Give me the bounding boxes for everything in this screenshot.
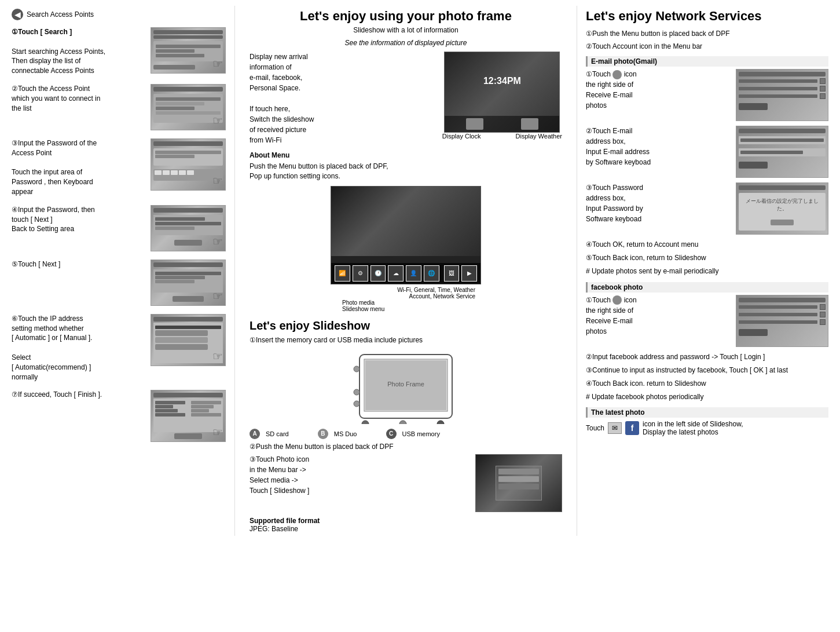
step-1-block: ①Touch [ Search ] Start searching Access…: [12, 27, 226, 76]
about-menu-section: About Menu Push the Menu button is place…: [250, 151, 562, 181]
facebook-section: facebook photo ①Touch icon the right sid…: [586, 282, 828, 403]
wifi-icon-box[interactable]: 📶: [335, 265, 350, 282]
step-5-img: ☞: [151, 260, 226, 306]
step-5-text: ⑤Touch [ Next ]: [12, 260, 145, 269]
tap-icon-1: ☞: [212, 57, 223, 71]
ms-duo-icon: B: [318, 429, 328, 439]
latest-photo-title: The latest photo: [586, 407, 828, 418]
menu-labels-bottom1: Account, Network Service: [331, 293, 481, 299]
right-step1: ①Push the Menu button is placed back of …: [586, 28, 828, 39]
main-title: Let's enjoy using your photo frame: [250, 9, 562, 24]
step-6-img: ☞: [151, 314, 226, 366]
photo-icon-box[interactable]: 🖼: [444, 265, 460, 282]
facebook-step1-block: ①Touch icon the right side of Receive E-…: [586, 295, 828, 347]
supported-file: Supported file format JPEG: Baseline: [250, 517, 562, 533]
display-weather-label: Display Weather: [516, 133, 563, 140]
email-step6: # Update photos sent by e-mail periodica…: [586, 266, 828, 277]
usb-icon: C: [386, 429, 397, 439]
facebook-step1-img: [736, 295, 828, 347]
supported-title: Supported file format: [250, 517, 320, 525]
svg-text:Photo Frame: Photo Frame: [387, 381, 424, 388]
step-2-block: ②Touch the Access Point which you want t…: [12, 84, 226, 130]
menu-icons-bar: 📶 ⚙ 🕐 ☁ 👤 🌐 🖼 ▶: [331, 263, 480, 284]
general-icon-box[interactable]: ⚙: [353, 265, 368, 282]
step-1-img: ☞: [151, 27, 226, 74]
tap-icon-3: ☞: [212, 174, 223, 188]
step-4-img: ☞: [151, 205, 226, 251]
weather-btn[interactable]: [521, 118, 538, 130]
menu-labels-bottom3: Slideshow menu: [331, 306, 481, 312]
main-subtitle: Slideshow with a lot of information: [250, 26, 562, 34]
email-step1-text: ①Touch icon the right side of Receive E-…: [586, 69, 730, 121]
photo-frame-section: Display new arrival information of e-mai…: [250, 52, 562, 145]
step-2-text: ②Touch the Access Point which you want t…: [12, 84, 145, 113]
left-column: ◀ Search Access Points ①Touch [ Search ]…: [6, 6, 232, 536]
step-3-block: ③Input the Password of the Access Point …: [12, 138, 226, 197]
time-icon-box[interactable]: 🕐: [371, 265, 386, 282]
right-title: Let's enjoy Network Services: [586, 9, 828, 24]
back-icon[interactable]: ◀: [12, 9, 23, 20]
menu-photo: [331, 187, 480, 256]
facebook-icon-box: f: [625, 421, 639, 435]
supported-text: JPEG: Baseline: [250, 525, 298, 533]
right-column: Let's enjoy Network Services ①Push the M…: [580, 6, 834, 536]
step3-img: [475, 454, 562, 512]
svg-point-10: [354, 366, 360, 372]
latest-photo-text: icon in the left side of Slideshow,Displ…: [643, 420, 743, 436]
photo-frame-img: 12:34PM: [444, 52, 560, 133]
media-icons-row: A SD card B MS Duo C USB memory: [250, 429, 562, 439]
svg-point-8: [437, 421, 444, 424]
email-step3-img: メール着信の設定が完了しました。: [736, 182, 828, 235]
step-1-text: ①Touch [ Search ] Start searching Access…: [12, 27, 145, 76]
svg-point-6: [399, 421, 406, 424]
clock-display: 12:34PM: [483, 76, 521, 86]
email-step5: ⑤Touch Back icon, return to Slideshow: [586, 253, 828, 264]
email-step3-block: ③Touch Password address box, Input Passw…: [586, 182, 828, 235]
step3-text: ③Touch Photo icon in the Menu bar -> Sel…: [250, 454, 469, 512]
menu-labels-area: Wi-Fi, General, Time, Weather Account, N…: [331, 287, 481, 312]
facebook-step3: ③Continue to input as instructed by face…: [586, 365, 828, 376]
svg-point-11: [354, 389, 360, 395]
about-menu-title: About Menu: [250, 151, 562, 159]
slideshow-section: Let's enjoy Slideshow ①Insert the memory…: [250, 319, 562, 533]
network-icon-box[interactable]: 🌐: [424, 265, 439, 282]
divider-2: [577, 6, 577, 536]
weather-icon-box[interactable]: ☁: [388, 265, 404, 282]
tap-icon-4: ☞: [212, 235, 223, 249]
email-step2-block: ②Touch E-mail address box, Input E-mail …: [586, 126, 828, 178]
account-icon-box[interactable]: 👤: [406, 265, 421, 282]
step-7-text: ⑦If succeed, Touch [ Finish ].: [12, 390, 145, 400]
slideshow-title: Let's enjoy Slideshow: [250, 319, 562, 333]
svg-point-12: [354, 401, 360, 407]
facebook-step5: # Update facebook photos periodically: [586, 392, 828, 403]
email-step1-block: ①Touch icon the right side of Receive E-…: [586, 69, 828, 121]
email-icon-box: ✉: [608, 422, 622, 434]
email-step4: ④Touch OK, return to Account menu: [586, 239, 828, 250]
device-svg: Photo Frame A B C: [348, 349, 464, 424]
facebook-step1-text: ①Touch icon the right side of Receive E-…: [586, 295, 730, 347]
facebook-step4: ④Touch Back icon. return to Slideshow: [586, 378, 828, 389]
about-menu-text: Push the Menu button is placed back of D…: [250, 162, 562, 181]
tap-icon-5: ☞: [212, 289, 223, 303]
middle-column: Let's enjoy using your photo frame Slide…: [238, 6, 574, 536]
step3-section: ③Touch Photo icon in the Menu bar -> Sel…: [250, 454, 562, 512]
email-step3-text: ③Touch Password address box, Input Passw…: [586, 182, 730, 235]
step-2-img: ☞: [151, 84, 226, 130]
info-subtitle: See the information of displayed picture: [250, 39, 562, 47]
slideshow-icon-box[interactable]: ▶: [461, 265, 477, 282]
slideshow-step1: ①Insert the memory card or USB media inc…: [250, 336, 562, 344]
menu-labels-top: Wi-Fi, General, Time, Weather: [331, 287, 481, 293]
facebook-step2: ②Input facebook address and password -> …: [586, 352, 828, 363]
step-6-block: ⑥Touch the IP address setting method whe…: [12, 314, 226, 382]
tap-icon-7: ☞: [212, 425, 223, 439]
right-step2: ②Touch Account icon in the Menu bar: [586, 41, 828, 52]
left-header-title: Search Access Points: [27, 10, 94, 19]
step-7-block: ⑦If succeed, Touch [ Finish ].: [12, 390, 226, 442]
account-icon-small: [612, 70, 622, 79]
clock-btn[interactable]: [466, 118, 483, 130]
slideshow-step2: ②Push the Menu button is placed back of …: [250, 443, 562, 451]
latest-photo-section: The latest photo Touch ✉ f icon in the l…: [586, 407, 828, 436]
latest-photo-touch: Touch: [586, 424, 604, 432]
latest-photo-row: Touch ✉ f icon in the left side of Slide…: [586, 420, 828, 436]
step-6-text: ⑥Touch the IP address setting method whe…: [12, 314, 145, 382]
